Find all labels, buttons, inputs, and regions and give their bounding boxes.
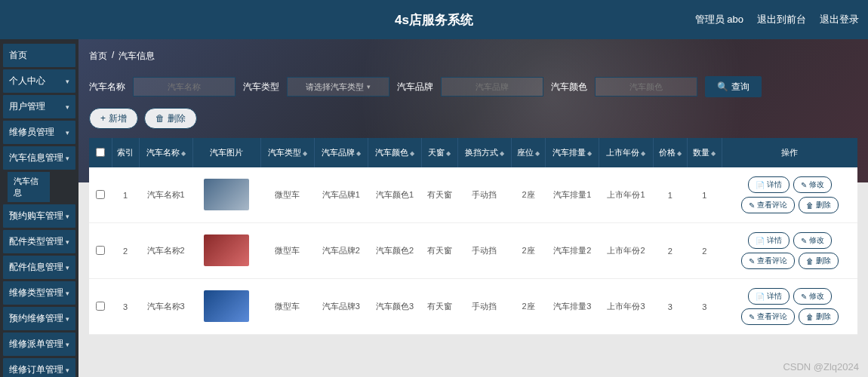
row-delete-button[interactable]: 🗑删除 bbox=[799, 197, 839, 213]
trash-icon: 🗑 bbox=[806, 257, 814, 265]
col-9[interactable]: 座位◆ bbox=[511, 138, 545, 167]
col-6[interactable]: 汽车颜色◆ bbox=[368, 138, 421, 167]
detail-button[interactable]: 📄详情 bbox=[748, 232, 790, 249]
crumb-sep: / bbox=[112, 50, 114, 63]
col-7[interactable]: 天窗◆ bbox=[422, 138, 458, 167]
edit-button[interactable]: ✎修改 bbox=[793, 176, 832, 193]
sort-icon: ◆ bbox=[535, 150, 540, 157]
sidebar-item-10[interactable]: 维修派单管理▾ bbox=[3, 333, 75, 356]
content: 首页 / 汽车信息 汽车名称 汽车类型 请选择汽车类型▾ 汽车品牌 汽车颜色 🔍… bbox=[78, 39, 868, 377]
sidebar: ‹ 首页个人中心▾用户管理▾维修员管理▾汽车信息管理▾汽车信息预约购车管理▾配件… bbox=[0, 39, 78, 377]
sort-icon: ◆ bbox=[641, 150, 645, 157]
col-1[interactable]: 索引 bbox=[112, 138, 139, 167]
toolbar: +新增 🗑删除 bbox=[89, 108, 857, 129]
col-0[interactable] bbox=[89, 138, 112, 167]
chevron-down-icon: ▾ bbox=[66, 129, 69, 136]
search-icon: 🔍 bbox=[717, 81, 728, 92]
chevron-down-icon: ▾ bbox=[66, 264, 69, 271]
sidebar-item-1[interactable]: 个人中心▾ bbox=[3, 69, 75, 93]
filter-color-input[interactable] bbox=[595, 77, 697, 97]
chevron-down-icon: ▾ bbox=[66, 341, 69, 348]
doc-icon: 📄 bbox=[756, 293, 765, 301]
pencil-icon: ✎ bbox=[749, 257, 755, 265]
table-row: 3汽车名称3微型车汽车品牌3汽车颜色3有天窗手动挡2座汽车排量3上市年份333📄… bbox=[89, 279, 857, 335]
filter-brand-input[interactable] bbox=[441, 77, 543, 97]
sidebar-item-9[interactable]: 预约维修管理▾ bbox=[3, 307, 75, 330]
sort-icon: ◆ bbox=[303, 150, 307, 157]
row-delete-button[interactable]: 🗑删除 bbox=[799, 253, 839, 269]
detail-button[interactable]: 📄详情 bbox=[748, 288, 790, 305]
sort-icon: ◆ bbox=[446, 150, 451, 157]
delete-button[interactable]: 🗑删除 bbox=[144, 108, 197, 129]
pencil-icon: ✎ bbox=[801, 293, 807, 301]
review-button[interactable]: ✎查看评论 bbox=[741, 253, 795, 269]
sidebar-sub-active[interactable]: 汽车信息 bbox=[8, 172, 50, 202]
col-14[interactable]: 操作 bbox=[722, 138, 857, 167]
header-actions: 管理员 abo 退出到前台 退出登录 bbox=[695, 13, 859, 26]
review-button[interactable]: ✎查看评论 bbox=[741, 197, 795, 213]
review-button[interactable]: ✎查看评论 bbox=[741, 308, 795, 325]
sidebar-item-0[interactable]: 首页 bbox=[3, 44, 75, 67]
row-delete-button[interactable]: 🗑删除 bbox=[799, 308, 839, 325]
sort-icon: ◆ bbox=[356, 150, 361, 157]
pencil-icon: ✎ bbox=[801, 237, 807, 245]
sort-icon: ◆ bbox=[500, 150, 504, 157]
doc-icon: 📄 bbox=[756, 237, 765, 245]
crumb-current: 汽车信息 bbox=[119, 50, 155, 63]
col-13[interactable]: 数量◆ bbox=[687, 138, 722, 167]
edit-button[interactable]: ✎修改 bbox=[793, 232, 832, 249]
col-12[interactable]: 价格◆ bbox=[653, 138, 687, 167]
app-header: 4s店服务系统 管理员 abo 退出到前台 退出登录 bbox=[0, 0, 868, 39]
select-all-checkbox[interactable] bbox=[96, 148, 105, 157]
query-button[interactable]: 🔍查询 bbox=[705, 76, 762, 97]
edit-button[interactable]: ✎修改 bbox=[793, 288, 832, 305]
sort-icon: ◆ bbox=[410, 150, 414, 157]
car-image bbox=[204, 290, 249, 322]
filter-name-input[interactable] bbox=[133, 77, 235, 97]
logout-to-front[interactable]: 退出到前台 bbox=[757, 13, 806, 26]
sidebar-item-6[interactable]: 配件类型管理▾ bbox=[3, 230, 75, 253]
sidebar-item-5[interactable]: 预约购车管理▾ bbox=[3, 204, 75, 228]
row-checkbox[interactable] bbox=[96, 246, 105, 255]
logout[interactable]: 退出登录 bbox=[820, 13, 859, 26]
pencil-icon: ✎ bbox=[749, 313, 755, 321]
trash-icon: 🗑 bbox=[155, 113, 165, 124]
detail-button[interactable]: 📄详情 bbox=[748, 176, 790, 193]
col-5[interactable]: 汽车品牌◆ bbox=[314, 138, 368, 167]
chevron-down-icon: ▾ bbox=[66, 78, 69, 85]
col-3[interactable]: 汽车图片 bbox=[192, 138, 260, 167]
breadcrumb: 首页 / 汽车信息 bbox=[89, 50, 857, 63]
row-checkbox[interactable] bbox=[96, 190, 105, 199]
pencil-icon: ✎ bbox=[801, 181, 807, 189]
col-8[interactable]: 换挡方式◆ bbox=[457, 138, 511, 167]
row-checkbox[interactable] bbox=[96, 302, 105, 311]
add-button[interactable]: +新增 bbox=[89, 108, 138, 129]
car-image bbox=[204, 234, 249, 266]
chevron-down-icon: ▾ bbox=[66, 103, 69, 111]
chevron-down-icon: ▾ bbox=[66, 290, 69, 297]
col-4[interactable]: 汽车类型◆ bbox=[260, 138, 314, 167]
chevron-down-icon: ▾ bbox=[66, 213, 69, 220]
crumb-home[interactable]: 首页 bbox=[89, 50, 107, 63]
table-row: 2汽车名称2微型车汽车品牌2汽车颜色2有天窗手动挡2座汽车排量2上市年份222📄… bbox=[89, 223, 857, 279]
table-body: 1汽车名称1微型车汽车品牌1汽车颜色1有天窗手动挡2座汽车排量1上市年份111📄… bbox=[89, 167, 857, 335]
filter-brand-label: 汽车品牌 bbox=[397, 81, 433, 93]
sort-icon: ◆ bbox=[587, 150, 592, 157]
filter-color-label: 汽车颜色 bbox=[551, 81, 587, 93]
current-user[interactable]: 管理员 abo bbox=[695, 13, 743, 26]
col-2[interactable]: 汽车名称◆ bbox=[139, 138, 192, 167]
doc-icon: 📄 bbox=[756, 181, 765, 189]
filter-type-select[interactable]: 请选择汽车类型▾ bbox=[287, 77, 389, 97]
sidebar-item-7[interactable]: 配件信息管理▾ bbox=[3, 256, 75, 279]
sidebar-item-8[interactable]: 维修类型管理▾ bbox=[3, 281, 75, 305]
sidebar-item-4[interactable]: 汽车信息管理▾ bbox=[3, 146, 75, 170]
car-image bbox=[204, 179, 249, 210]
col-11[interactable]: 上市年份◆ bbox=[599, 138, 653, 167]
sidebar-item-2[interactable]: 用户管理▾ bbox=[3, 95, 75, 118]
sidebar-item-11[interactable]: 维修订单管理▾ bbox=[3, 358, 75, 377]
chevron-down-icon: ▾ bbox=[66, 366, 69, 374]
plus-icon: + bbox=[100, 113, 106, 124]
data-table: 索引汽车名称◆汽车图片汽车类型◆汽车品牌◆汽车颜色◆天窗◆换挡方式◆座位◆汽车排… bbox=[89, 138, 857, 335]
sidebar-item-3[interactable]: 维修员管理▾ bbox=[3, 121, 75, 144]
col-10[interactable]: 汽车排量◆ bbox=[546, 138, 599, 167]
